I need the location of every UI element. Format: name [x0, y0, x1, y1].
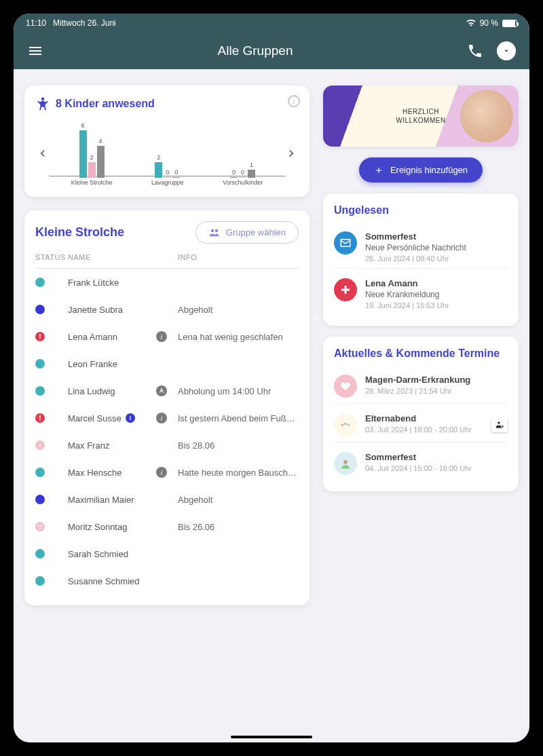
item-timestamp: 26. Juni 2024 | 08:40 Uhr — [365, 254, 466, 263]
status-dot — [35, 359, 45, 368]
phone-icon[interactable] — [467, 43, 483, 59]
table-row[interactable]: Max FranzBis 28.06 — [35, 432, 299, 459]
group-icon — [208, 228, 221, 238]
svg-point-6 — [345, 423, 347, 425]
banner-line1: HERZLICH — [396, 107, 445, 116]
events-title: Aktuelles & Kommende Termine — [334, 347, 508, 360]
info-icon[interactable]: i — [156, 467, 167, 478]
welcome-banner[interactable]: HERZLICH WILLKOMMEN — [323, 86, 519, 147]
banner-image — [460, 90, 513, 143]
menu-icon[interactable] — [27, 43, 43, 59]
status-date: Mittwoch 26. Juni — [53, 18, 116, 28]
svg-point-2 — [215, 229, 219, 232]
info-icon[interactable]: i — [156, 331, 167, 342]
choose-group-button[interactable]: Gruppe wählen — [195, 221, 299, 244]
status-dot — [35, 440, 45, 450]
svg-point-3 — [161, 388, 162, 390]
status-dot — [35, 278, 45, 287]
child-name: Max Franz — [68, 440, 109, 451]
child-name: Janette Subra — [68, 305, 123, 315]
svg-point-0 — [41, 97, 45, 100]
item-title: Magen-Darm-Erkrankung — [365, 375, 470, 385]
table-row[interactable]: !Lena AmanniLena hat wenig geschlafen — [35, 323, 299, 350]
children-table-card: Kleine Strolche Gruppe wählen STATUS NAM… — [24, 210, 310, 605]
rsvp-chip[interactable] — [491, 417, 508, 432]
list-item[interactable]: Sommerfest04. Juli 2024 | 15:00 - 18:00 … — [334, 442, 508, 480]
dots-icon — [334, 413, 357, 436]
svg-point-8 — [498, 421, 500, 424]
status-bar: 11:10 Mittwoch 26. Juni 90 % — [14, 14, 529, 33]
child-name: Maximilian Maier — [68, 495, 134, 505]
svg-point-1 — [211, 229, 214, 232]
child-info: Lena hat wenig geschlafen — [178, 332, 299, 342]
child-info: Abholung um 14:00 Uhr — [178, 386, 299, 396]
table-row[interactable]: Moritz SonntagBis 26.06 — [35, 513, 299, 540]
table-row[interactable]: Leon Franke — [35, 350, 299, 377]
item-timestamp: 19. Juni 2024 | 15:53 Uhr — [365, 301, 449, 309]
info-icon[interactable]: i — [288, 95, 300, 107]
item-title: Elternabend — [365, 413, 472, 423]
group-name-heading: Kleine Strolche — [35, 225, 124, 240]
child-name: Lena Amann — [68, 332, 117, 342]
home-indicator[interactable] — [231, 736, 312, 738]
child-info: Abgeholt — [178, 305, 299, 315]
table-row[interactable]: Sarah Schmied — [35, 540, 299, 567]
chevron-left-icon[interactable] — [35, 147, 49, 160]
choose-group-label: Gruppe wählen — [226, 227, 286, 238]
profile-button[interactable] — [497, 41, 516, 60]
add-event-label: Ereignis hinzufügen — [390, 165, 468, 175]
list-item[interactable]: Magen-Darm-Erkrankung28. März 2023 | 21:… — [334, 369, 508, 403]
info-icon[interactable]: i — [156, 413, 167, 423]
child-info: Bis 28.06 — [178, 440, 299, 451]
child-info: Bis 26.06 — [178, 522, 299, 532]
page-title: Alle Gruppen — [218, 43, 293, 58]
item-timestamp: 04. Juli 2024 | 15:00 - 18:00 Uhr — [365, 464, 472, 472]
item-title: Sommerfest — [365, 231, 466, 242]
table-row[interactable]: Janette SubraAbgeholt — [35, 296, 299, 323]
add-event-button[interactable]: Ereignis hinzufügen — [359, 157, 483, 183]
chevron-right-icon[interactable] — [285, 147, 299, 160]
plus-icon — [374, 166, 383, 175]
attendance-chart: 624Kleine Strolche200Lavagruppe001Vorsch… — [49, 121, 285, 186]
app-bar: Alle Gruppen — [14, 33, 529, 69]
list-item[interactable]: SommerfestNeue Persönliche Nachricht26. … — [334, 226, 508, 268]
child-info: Abgeholt — [178, 495, 299, 505]
unread-title: Ungelesen — [334, 204, 508, 216]
item-timestamp: 28. März 2023 | 21:54 Uhr — [365, 387, 470, 395]
col-name: NAME — [68, 253, 156, 261]
child-name: Frank Lütcke — [68, 278, 119, 288]
wifi-icon — [466, 20, 476, 26]
status-dot: ! — [35, 332, 45, 341]
child-name: Lina Ludwig — [68, 386, 115, 396]
child-name: Leon Franke — [68, 359, 117, 369]
col-status: STATUS — [35, 253, 68, 261]
events-card: Aktuelles & Kommende Termine Magen-Darm-… — [323, 337, 519, 491]
table-row[interactable]: Maximilian MaierAbgeholt — [35, 486, 299, 513]
av-icon — [334, 452, 357, 475]
child-name: Moritz Sonntag — [68, 522, 127, 532]
item-subtitle: Neue Krankmeldung — [365, 290, 449, 299]
status-dot — [35, 305, 45, 314]
table-row[interactable]: Lina LudwigAbholung um 14:00 Uhr — [35, 377, 299, 404]
col-info: INFO — [178, 253, 299, 261]
mail-icon — [334, 231, 357, 254]
table-row[interactable]: !Marcel Susse!iIst gestern Abend beim Fu… — [35, 404, 299, 432]
child-name: Max Hensche — [68, 468, 121, 478]
table-row[interactable]: Max HenscheiHatte heute morgen Bauschmer… — [35, 459, 299, 486]
list-item[interactable]: Elternabend03. Juli 2024 | 18:00 - 20:00… — [334, 403, 508, 442]
heart-icon — [334, 375, 357, 398]
child-info: Hatte heute morgen Bauschmer... — [178, 468, 299, 478]
list-item[interactable]: Lena AmannNeue Krankmeldung19. Juni 2024… — [334, 268, 508, 315]
item-title: Sommerfest — [365, 452, 472, 462]
svg-point-5 — [341, 424, 343, 426]
table-row[interactable]: Susanne Schmied — [35, 567, 299, 594]
status-dot — [35, 386, 45, 396]
table-row[interactable]: Frank Lütcke — [35, 269, 299, 296]
status-dot: ! — [35, 413, 45, 423]
status-dot — [35, 495, 45, 504]
child-name: Sarah Schmied — [68, 549, 128, 559]
status-dot — [35, 576, 45, 586]
attendance-card: 8 Kinder anwesend i 624Kleine Strolche20… — [24, 86, 310, 197]
unread-card: Ungelesen SommerfestNeue Persönliche Nac… — [323, 193, 519, 326]
accessibility-icon[interactable] — [156, 385, 167, 396]
